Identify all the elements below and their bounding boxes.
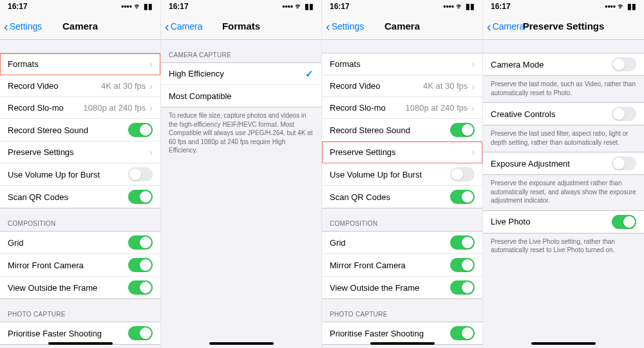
toggle-switch[interactable] [450,280,475,295]
settings-row[interactable]: Camera Mode [483,53,644,75]
row-trailing: 1080p at 240 fps› [405,103,475,113]
settings-row[interactable]: View Outside the Frame [0,277,160,298]
status-bar: 16:17••••ᯤ▮▮ [483,0,644,13]
row-trailing [128,326,153,340]
toggle-switch[interactable] [128,235,153,250]
toggle-switch[interactable] [128,326,153,340]
settings-row[interactable]: Most Compatible [161,85,321,107]
row-label: Record Slo-mo [330,103,386,113]
section-footer: To reduce file size, capture photos and … [161,107,321,160]
settings-row[interactable]: Prioritise Faster Shooting [322,322,482,344]
toggle-switch[interactable] [612,215,636,229]
chevron-right-icon: › [149,103,153,113]
back-button[interactable]: ‹Camera [487,20,524,33]
status-right: ••••ᯤ▮▮ [121,2,153,11]
row-trailing: 1080p at 240 fps› [83,103,153,113]
section-header: PHOTO CAPTURE [0,299,160,322]
toggle-switch[interactable] [450,235,475,250]
status-time: 16:17 [330,2,350,11]
nav-bar: ‹SettingsCamera [322,13,482,40]
chevron-right-icon: › [149,59,153,69]
settings-row[interactable]: Prioritise Faster Shooting [0,322,160,344]
toggle-switch[interactable] [612,57,636,71]
battery-icon: ▮▮ [627,2,636,11]
row-label: Preserve Settings [8,147,74,157]
settings-row[interactable]: Record Stereo Sound [0,119,160,142]
settings-row[interactable]: High Efficiency✓ [161,63,321,85]
back-label: Settings [10,21,43,32]
row-trailing: › [149,59,153,69]
status-right: ••••ᯤ▮▮ [282,2,314,11]
settings-row[interactable]: Record Video4K at 30 fps› [0,75,160,97]
settings-row[interactable]: Grid [322,232,482,254]
settings-row[interactable]: Grid [0,232,160,254]
wifi-icon: ᯤ [456,2,464,11]
row-trailing [612,215,636,229]
settings-row[interactable]: Mirror Front Camera [0,254,160,277]
row-trailing [450,190,475,204]
toggle-switch[interactable] [128,190,153,204]
cell-group: Camera Mode [483,53,644,76]
back-button[interactable]: ‹Settings [4,20,42,33]
settings-row[interactable]: Exposure Adjustment [483,152,644,174]
row-trailing [450,235,475,250]
row-label: Record Stereo Sound [8,125,88,135]
row-label: Grid [330,238,346,248]
row-label: Scan QR Codes [330,192,390,202]
toggle-switch[interactable] [128,258,153,272]
toggle-switch[interactable] [450,167,475,181]
settings-row[interactable]: Mirror Front Camera [322,254,482,277]
row-label: Prioritise Faster Shooting [330,329,424,338]
settings-row[interactable]: Live Photo [483,211,644,233]
row-label: Record Stereo Sound [330,125,410,135]
row-label: Preserve Settings [330,147,396,157]
settings-row[interactable]: Formats› [322,53,482,75]
toggle-switch[interactable] [450,190,475,204]
settings-row[interactable]: Record Video4K at 30 fps› [322,75,482,97]
row-trailing: 4K at 30 fps› [423,81,475,91]
cell-group: Live Photo [483,210,644,234]
settings-row[interactable]: Record Stereo Sound [322,119,482,142]
signal-icon: •••• [443,2,454,11]
nav-title: Camera [62,21,98,32]
settings-row[interactable]: Formats› [0,53,160,75]
content: Formats›Record Video4K at 30 fps›Record … [322,40,482,348]
settings-row[interactable]: View Outside the Frame [322,277,482,298]
row-label: Camera Mode [491,60,544,69]
section-header: COMPOSITION [0,208,160,231]
row-trailing [128,190,153,204]
settings-row[interactable]: Record Slo-mo1080p at 240 fps› [322,97,482,119]
toggle-switch[interactable] [612,156,636,170]
battery-icon: ▮▮ [144,2,153,11]
settings-row[interactable]: Preserve Settings› [0,142,160,163]
settings-row[interactable]: Scan QR Codes [322,186,482,208]
wifi-icon: ᯤ [295,2,303,11]
cell-group: High Efficiency✓Most Compatible [161,62,321,107]
toggle-switch[interactable] [612,107,636,121]
toggle-switch[interactable] [450,123,475,137]
toggle-switch[interactable] [450,326,475,340]
section-header: PHOTO CAPTURE [322,299,482,322]
content: CAMERA CAPTUREHigh Efficiency✓Most Compa… [161,40,321,348]
signal-icon: •••• [282,2,293,11]
back-button[interactable]: ‹Camera [165,20,202,33]
home-indicator [209,342,274,345]
toggle-switch[interactable] [128,280,153,295]
back-button[interactable]: ‹Settings [326,20,364,33]
settings-row[interactable]: Scan QR Codes [0,186,160,208]
chevron-left-icon: ‹ [487,20,491,33]
settings-row[interactable]: Record Slo-mo1080p at 240 fps› [0,97,160,119]
screen: 16:17••••ᯤ▮▮‹CameraFormatsCAMERA CAPTURE… [161,0,322,348]
settings-row[interactable]: Use Volume Up for Burst [0,163,160,186]
row-detail: 1080p at 240 fps [83,103,146,113]
settings-row[interactable]: Use Volume Up for Burst [322,163,482,186]
toggle-switch[interactable] [128,167,153,181]
settings-row[interactable]: Creative Controls [483,103,644,125]
chevron-left-icon: ‹ [4,20,8,33]
toggle-switch[interactable] [128,123,153,137]
row-trailing [612,107,636,121]
home-indicator [370,342,435,345]
settings-row[interactable]: Preserve Settings› [322,142,482,163]
toggle-switch[interactable] [450,258,475,272]
row-trailing [450,167,475,181]
